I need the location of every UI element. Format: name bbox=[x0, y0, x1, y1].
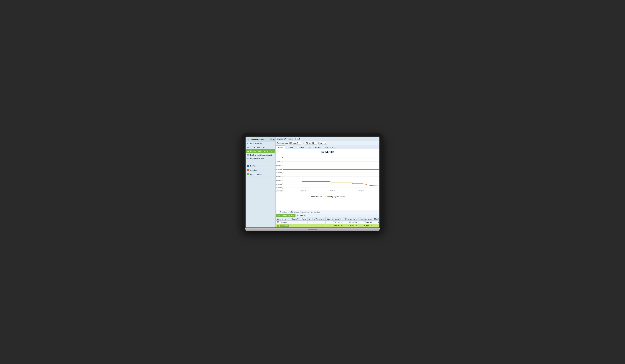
sidebar-label-bank-liquidity: Bank account liquidity (chart) bbox=[250, 154, 272, 156]
svg-text:(250,000.00): (250,000.00) bbox=[277, 176, 283, 177]
sidebar-label-other-payments: Other payments bbox=[250, 173, 262, 175]
chart-area: Treadmills bbox=[276, 149, 379, 210]
search-icon[interactable]: 🔍 bbox=[270, 138, 272, 140]
legend-payment-line-bar bbox=[327, 196, 331, 197]
expected-label: Expected from bbox=[277, 142, 288, 144]
tab-chart[interactable]: Chart bbox=[276, 145, 285, 149]
td-min-bank-treadmills: (429,900.00) bbox=[359, 224, 373, 227]
treadmills-label: Treadmills bbox=[280, 224, 289, 227]
expand-icon-2wheels[interactable]: ▣ bbox=[277, 221, 279, 223]
th-company[interactable]: Company bbox=[276, 217, 290, 220]
sub-tab-due-date[interactable]: By due date bbox=[295, 214, 309, 217]
data-table: Company Debtor Open Items Creditor Open … bbox=[276, 217, 379, 227]
laptop-screen: Liquidity Analysis 🔍 ◀ Open credit line bbox=[246, 137, 379, 228]
sidebar-item-creditors[interactable]: Creditors bbox=[246, 168, 275, 172]
sidebar-item-bank-liquidity[interactable]: Bank account liquidity (chart) bbox=[246, 153, 275, 157]
sidebar-item-open-credit-line[interactable]: Open credit line bbox=[246, 142, 275, 146]
td-debtor-treadmills bbox=[290, 224, 308, 227]
svg-text:(400,000.00): (400,000.00) bbox=[277, 187, 283, 189]
svg-text:(450,000.00): (450,000.00) bbox=[277, 190, 283, 192]
compare-checkbox[interactable] bbox=[277, 211, 279, 213]
svg-text:(300,000.00): (300,000.00) bbox=[277, 180, 283, 181]
sidebar-bottom-section: Debtors Creditors Other payments bbox=[246, 164, 275, 177]
svg-text:(100,000.00): (100,000.00) bbox=[277, 165, 283, 166]
liquidity-icon bbox=[247, 138, 249, 140]
sidebar-label-companies-chart: Liquidity: Companies (chart) bbox=[250, 150, 272, 152]
sidebar-label-debtors: Debtors bbox=[250, 165, 256, 167]
legend-credit-label: Credit line bbox=[315, 196, 322, 198]
tab-bank-transfers[interactable]: Bank transfers bbox=[322, 145, 337, 149]
th-debtor-open: Debtor Open Items bbox=[290, 217, 308, 220]
chart-legend: Credit line By payment practice bbox=[276, 195, 379, 198]
nav-icon-companies bbox=[247, 150, 249, 152]
period-wrapper[interactable]: Days ▼ bbox=[318, 142, 327, 145]
main-content: Liquidity: Companies (chart) Expected fr… bbox=[276, 137, 379, 227]
chart-title: Treadmills bbox=[276, 149, 379, 155]
td-debtor-2wheels bbox=[290, 220, 308, 224]
tab-creditors[interactable]: Creditors bbox=[295, 145, 306, 149]
expand-icon-treadmills[interactable]: - bbox=[277, 225, 279, 227]
td-creditor-2wheels bbox=[308, 220, 326, 224]
sidebar-title: Liquidity Analysis bbox=[250, 138, 269, 140]
sidebar-item-other-payments[interactable]: Other payments bbox=[246, 172, 275, 177]
td-other-2wheels: (22,700.00) bbox=[344, 220, 359, 224]
sidebar-item-total-liquidity[interactable]: Total liquidity (chart) bbox=[246, 146, 275, 149]
from-date-wrapper[interactable]: 21-Aug-17 ▼ bbox=[289, 142, 301, 145]
creditors-icon bbox=[247, 169, 249, 171]
sidebar-header: Liquidity Analysis 🔍 ◀ bbox=[246, 137, 275, 142]
nav-icon-total bbox=[247, 146, 249, 149]
nav-icon-credit bbox=[247, 143, 249, 145]
td-company-2wheels: ▣ 2Wheels bbox=[276, 220, 290, 224]
table-header-row: Company Debtor Open Items Creditor Open … bbox=[276, 217, 379, 220]
sidebar: Liquidity Analysis 🔍 ◀ Open credit line bbox=[246, 137, 276, 227]
svg-point-5 bbox=[248, 147, 249, 148]
nav-icon-bank bbox=[247, 154, 249, 156]
legend-credit-box bbox=[309, 196, 311, 197]
to-date-arrow[interactable]: ▼ bbox=[315, 142, 317, 144]
svg-rect-11 bbox=[248, 155, 249, 155]
svg-text:27-Aug-17: 27-Aug-17 bbox=[301, 190, 306, 192]
legend-by-payment: By payment practice bbox=[325, 196, 345, 198]
nav-icon-time bbox=[247, 158, 249, 160]
sidebar-item-companies-chart[interactable]: Liquidity: Companies (chart) bbox=[246, 149, 275, 153]
controls-bar: Expected from 21-Aug-17 ▼ to 21-Sep-17 ▼… bbox=[276, 141, 379, 145]
th-creditor-open: Creditor Open Items bbox=[308, 217, 326, 220]
td-overdue-2wheels: 232,140.00 bbox=[326, 220, 344, 224]
legend-payment-label: By payment practice bbox=[331, 196, 345, 198]
svg-text:(350,000.00): (350,000.00) bbox=[277, 183, 283, 185]
td-other-treadmills: (128,500.00) bbox=[344, 224, 359, 227]
from-date-arrow[interactable]: ▼ bbox=[299, 142, 301, 144]
debtors-icon bbox=[247, 165, 249, 167]
tab-other-payments[interactable]: Other payments bbox=[306, 145, 322, 149]
legend-payment-box bbox=[325, 196, 327, 197]
th-min-bank: Min. bank bal... bbox=[359, 217, 373, 220]
period-value: Days bbox=[319, 142, 324, 144]
svg-text:03-Sep-17: 03-Sep-17 bbox=[330, 190, 335, 192]
top-bar: Liquidity: Companies (chart) bbox=[276, 137, 379, 141]
from-date-value: 21-Aug-17 bbox=[290, 142, 299, 144]
svg-text:10-Sep-17: 10-Sep-17 bbox=[359, 190, 364, 192]
other-payments-icon bbox=[247, 173, 249, 175]
app-container: Liquidity Analysis 🔍 ◀ Open credit line bbox=[246, 137, 379, 227]
period-arrow[interactable]: ▼ bbox=[324, 142, 327, 144]
sidebar-item-liquidity-over-time[interactable]: Liquidity over time bbox=[246, 157, 275, 160]
sidebar-icon-group: 🔍 ◀ bbox=[270, 138, 275, 140]
tab-debtors[interactable]: Debtors bbox=[285, 145, 295, 149]
td-max-bank-treadmills: 0.00 bbox=[373, 224, 379, 227]
laptop-notch bbox=[308, 229, 317, 230]
th-max-bank: Max. bank bal... bbox=[373, 217, 379, 220]
sidebar-label-liquidity-time: Liquidity over time bbox=[250, 158, 264, 160]
svg-text:0.00: 0.00 bbox=[281, 157, 283, 159]
sidebar-label-total-liquidity: Total liquidity (chart) bbox=[250, 147, 266, 148]
sidebar-item-debtors[interactable]: Debtors bbox=[246, 164, 275, 168]
table-row: - Treadmills 232,140.00 (128,500.00) (42… bbox=[276, 224, 379, 227]
svg-rect-1 bbox=[247, 139, 249, 140]
to-date-wrapper[interactable]: 21-Sep-17 ▼ bbox=[305, 142, 317, 145]
td-overdue-treadmills: 232,140.00 bbox=[326, 224, 344, 227]
sub-tab-payment-practice[interactable]: By payment practice bbox=[276, 214, 295, 217]
to-date-value: 21-Sep-17 bbox=[305, 142, 314, 144]
compare-bar: Compare liquidity by due date and paymen… bbox=[276, 210, 379, 214]
svg-text:(150,000.00): (150,000.00) bbox=[277, 168, 283, 170]
chart-svg-container: 0.00 (50,000.00) (100,000.00) (150,000.0… bbox=[276, 155, 379, 195]
collapse-icon[interactable]: ◀ bbox=[273, 138, 275, 140]
